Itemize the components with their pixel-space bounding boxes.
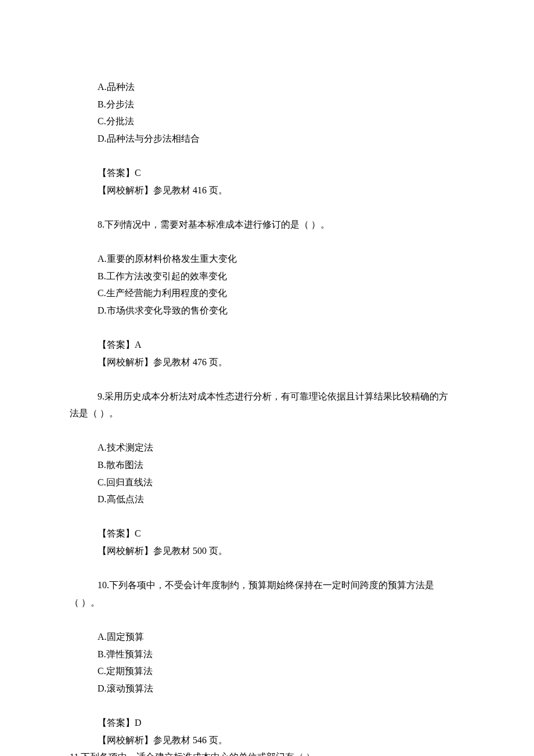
q10-answer-block: 【答案】D 【网校解析】参见教材 546 页。 (70, 714, 464, 748)
q9-option-c: C.回归直线法 (70, 474, 464, 491)
q8-question: 8.下列情况中，需要对基本标准成本进行修订的是（ ）。 (70, 216, 464, 233)
q8-analysis: 【网校解析】参见教材 476 页。 (98, 354, 464, 371)
q11-question: 11.下列各项中，适合建立标准成本中心的单位或部门有（ ）。 (70, 748, 464, 756)
q7-option-b: B.分步法 (70, 96, 464, 113)
q8-option-a: A.重要的原材料价格发生重大变化 (70, 250, 464, 268)
q7-answer: 【答案】C (98, 164, 464, 182)
q10-analysis: 【网校解析】参见教材 546 页。 (98, 732, 464, 749)
q9-options-block: A.技术测定法 B.散布图法 C.回归直线法 D.高低点法 (70, 439, 464, 507)
q8-answer-block: 【答案】A 【网校解析】参见教材 476 页。 (70, 336, 464, 370)
q7-option-d: D.品种法与分步法相结合 (70, 130, 464, 147)
q9-answer-block: 【答案】C 【网校解析】参见教材 500 页。 (70, 525, 464, 559)
q10-answer: 【答案】D (98, 714, 464, 732)
q8-option-c: C.生产经营能力利用程度的变化 (70, 285, 464, 302)
spacer (70, 611, 464, 628)
q9-option-d: D.高低点法 (70, 491, 464, 508)
spacer (70, 508, 464, 525)
spacer (70, 697, 464, 714)
q10-question-block: 10.下列各项中，不受会计年度制约，预算期始终保持在一定时间跨度的预算方法是 （… (70, 577, 464, 611)
q8-option-d: D.市场供求变化导致的售价变化 (70, 302, 464, 319)
spacer (70, 319, 464, 336)
q10-options-block: A.固定预算 B.弹性预算法 C.定期预算法 D.滚动预算法 (70, 628, 464, 697)
q10-option-a: A.固定预算 (70, 628, 464, 646)
q7-analysis: 【网校解析】参见教材 416 页。 (98, 182, 464, 199)
spacer (70, 370, 464, 388)
q9-analysis: 【网校解析】参见教材 500 页。 (98, 542, 464, 560)
q8-options-block: A.重要的原材料价格发生重大变化 B.工作方法改变引起的效率变化 C.生产经营能… (70, 250, 464, 319)
q9-answer: 【答案】C (98, 525, 464, 542)
q10-question-line1: 10.下列各项中，不受会计年度制约，预算期始终保持在一定时间跨度的预算方法是 (70, 577, 464, 594)
q8-answer: 【答案】A (98, 336, 464, 354)
q7-answer-block: 【答案】C 【网校解析】参见教材 416 页。 (70, 164, 464, 199)
spacer (70, 147, 464, 164)
q9-option-a: A.技术测定法 (70, 439, 464, 456)
spacer (70, 560, 464, 577)
q9-question-block: 9.采用历史成本分析法对成本性态进行分析，有可靠理论依据且计算结果比较精确的方 … (70, 388, 464, 422)
q7-options-block: A.品种法 B.分步法 C.分批法 D.品种法与分步法相结合 (70, 78, 464, 147)
q9-option-b: B.散布图法 (70, 456, 464, 474)
spacer (70, 199, 464, 216)
q8-option-b: B.工作方法改变引起的效率变化 (70, 268, 464, 285)
q7-option-c: C.分批法 (70, 113, 464, 130)
q9-question-line1: 9.采用历史成本分析法对成本性态进行分析，有可靠理论依据且计算结果比较精确的方 (70, 388, 464, 405)
spacer (70, 233, 464, 250)
q10-option-c: C.定期预算法 (70, 663, 464, 680)
q10-option-b: B.弹性预算法 (70, 646, 464, 663)
q7-option-a: A.品种法 (70, 78, 464, 96)
q10-option-d: D.滚动预算法 (70, 680, 464, 697)
spacer (70, 422, 464, 440)
q10-question-line2: （ ）。 (70, 594, 464, 611)
q9-question-line2: 法是（ ）。 (70, 405, 464, 422)
